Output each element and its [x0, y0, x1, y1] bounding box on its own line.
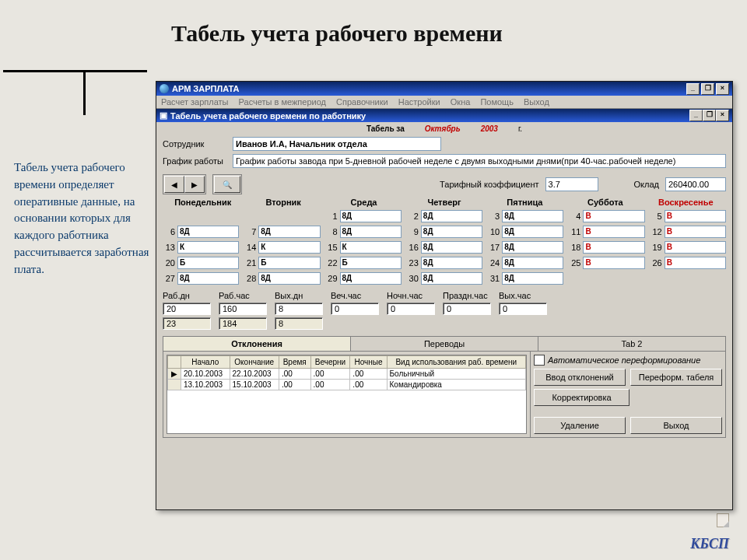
day-value[interactable]: 8Д	[177, 272, 239, 285]
grid-cell[interactable]: .00	[279, 380, 310, 390]
menu-item[interactable]: Справочники	[336, 97, 388, 107]
day-value[interactable]: Б	[258, 257, 320, 269]
day-value[interactable]: 8Д	[177, 226, 239, 238]
day-value[interactable]: 8Д	[258, 226, 320, 238]
day-header: Четверг	[404, 198, 484, 207]
grid-cell[interactable]: 15.10.2003	[230, 380, 279, 390]
day-value[interactable]: В	[665, 226, 726, 238]
grid-header[interactable]: Начало	[181, 356, 230, 369]
day-value[interactable]: В	[665, 241, 726, 254]
day-value[interactable]: 8Д	[421, 210, 482, 222]
menu-item[interactable]: Расчеты в межпериод	[239, 97, 326, 107]
grid-header[interactable]	[168, 356, 181, 369]
grid-header[interactable]: Вид использования раб. времени	[387, 356, 525, 369]
tab-transfers[interactable]: Переводы	[351, 337, 538, 351]
day-value[interactable]: В	[583, 210, 644, 222]
day-value[interactable]: 8Д	[421, 226, 482, 238]
employee-field[interactable]: Иванов И.А, Начальник отдела	[233, 137, 441, 151]
day-value[interactable]: К	[258, 241, 320, 254]
close-button[interactable]: ×	[716, 83, 729, 95]
input-deviations-button[interactable]: Ввод отклонений	[534, 369, 626, 386]
next-button[interactable]: ▶	[184, 176, 205, 193]
grid-cell[interactable]: 22.10.2003	[230, 369, 279, 380]
day-number: 5	[650, 212, 662, 221]
prev-button[interactable]: ◀	[164, 176, 184, 193]
grid-cell[interactable]: Командировка	[387, 380, 525, 390]
day-value[interactable]: 8Д	[340, 226, 402, 238]
day-value[interactable]: 8Д	[502, 226, 563, 238]
grid-cell[interactable]: .00	[279, 369, 310, 380]
totals-value[interactable]: 8	[275, 303, 323, 315]
day-value[interactable]: 8Д	[421, 257, 482, 269]
day-value[interactable]: К	[177, 241, 239, 254]
reform-button[interactable]: Переформ. табеля	[630, 369, 722, 386]
day-value[interactable]: 8Д	[421, 241, 482, 254]
menu-item[interactable]: Окна	[451, 97, 471, 107]
sub-minimize-button[interactable]: _	[689, 110, 703, 121]
day-value[interactable]: 8Д	[502, 272, 563, 285]
day-value[interactable]: К	[340, 241, 402, 254]
table-row[interactable]: ▶20.10.200322.10.2003.00.00.00Больничный	[168, 369, 526, 380]
menu-item[interactable]: Настройки	[398, 97, 440, 107]
grid-cell[interactable]: 13.10.2003	[181, 380, 230, 390]
day-value[interactable]: В	[583, 226, 644, 238]
day-value[interactable]: В	[583, 241, 644, 254]
grid-cell[interactable]: .00	[310, 369, 350, 380]
day-value[interactable]: 8Д	[421, 272, 482, 285]
table-row[interactable]: 13.10.200315.10.2003.00.00.00Командировк…	[168, 380, 526, 390]
maximize-button[interactable]: ❐	[701, 83, 714, 95]
grid-header[interactable]: Вечерни	[310, 356, 350, 369]
totals-value[interactable]: 160	[219, 303, 267, 315]
grid-cell[interactable]: .00	[350, 380, 387, 390]
day-value[interactable]: В	[665, 257, 726, 269]
totals-label: Веч.час	[331, 291, 379, 300]
grid-cell[interactable]: .00	[350, 369, 387, 380]
exit-button[interactable]: Выход	[630, 417, 722, 434]
day-header: Воскресенье	[646, 198, 726, 207]
day-number: 11	[568, 227, 580, 236]
day-value[interactable]: 8Д	[258, 272, 320, 285]
grid-header[interactable]: Ночные	[350, 356, 387, 369]
grid-cell[interactable]: Больничный	[387, 369, 525, 380]
calendar-cell: 238Д	[406, 257, 482, 269]
salary-field[interactable]: 260400.00	[665, 177, 726, 191]
day-value[interactable]: В	[665, 210, 726, 222]
totals-value[interactable]: 0	[443, 303, 491, 315]
app-window: АРМ ЗАРПЛАТА _ ❐ × Расчет зарплаты Расче…	[156, 81, 733, 510]
day-number: 17	[487, 243, 500, 252]
delete-button[interactable]: Удаление	[534, 417, 626, 434]
totals-value[interactable]: 0	[387, 303, 435, 315]
minimize-button[interactable]: _	[686, 83, 700, 95]
correct-button[interactable]: Корректировка	[534, 389, 630, 406]
menu-item[interactable]: Расчет зарплаты	[161, 97, 229, 107]
menu-item[interactable]: Выход	[524, 97, 549, 107]
grid-cell[interactable]: .00	[310, 380, 350, 390]
totals-value[interactable]: 0	[331, 303, 379, 315]
period-suffix: г.	[518, 124, 522, 133]
auto-reform-check[interactable]: Автоматическое переформирование	[534, 355, 722, 366]
day-value[interactable]: В	[583, 257, 644, 269]
menu-item[interactable]: Помощь	[480, 97, 514, 107]
deviations-grid[interactable]: НачалоОкончаниеВремяВечерниНочныеВид исп…	[167, 355, 527, 434]
grid-header[interactable]: Окончание	[230, 356, 279, 369]
day-number: 20	[163, 258, 175, 268]
grid-header[interactable]: Время	[279, 356, 310, 369]
sub-close-button[interactable]: ×	[716, 110, 729, 121]
day-value[interactable]: 8Д	[502, 257, 563, 269]
calendar-cell: 18В	[568, 241, 644, 254]
day-value[interactable]: 8Д	[340, 272, 402, 285]
schedule-field[interactable]: График работы завода при 5-дневной рабоч…	[233, 154, 726, 168]
coeff-field[interactable]: 3.7	[545, 177, 598, 191]
sub-restore-button[interactable]: ❐	[703, 110, 716, 121]
day-value[interactable]: Б	[177, 257, 239, 269]
preview-button[interactable]: 🔍	[214, 176, 240, 193]
day-value[interactable]: 8Д	[502, 241, 563, 254]
grid-cell[interactable]: 20.10.2003	[181, 369, 230, 380]
day-value[interactable]: 8Д	[502, 210, 563, 222]
totals-value[interactable]: 20	[163, 303, 211, 315]
totals-value[interactable]: 0	[499, 303, 547, 315]
day-value[interactable]: 8Д	[340, 210, 402, 222]
tab-tab2[interactable]: Tab 2	[538, 337, 725, 351]
tab-deviations[interactable]: Отклонения	[163, 337, 351, 351]
day-value[interactable]: Б	[340, 257, 402, 269]
